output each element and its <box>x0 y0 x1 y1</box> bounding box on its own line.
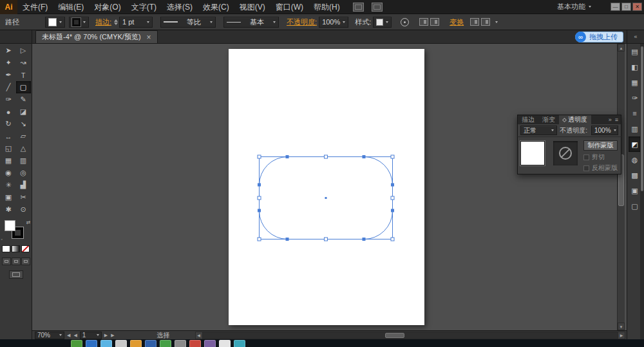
horizontal-scroll-track[interactable] <box>203 332 618 339</box>
shape-tool[interactable]: ▢ <box>16 81 31 93</box>
make-mask-button[interactable]: 制作蒙版 <box>583 140 618 151</box>
color-guide-panel-icon[interactable]: ◧ <box>629 59 641 75</box>
dock-scroll-thumb[interactable] <box>641 46 643 191</box>
blend-tool[interactable]: ◎ <box>16 167 31 179</box>
mask-slot[interactable] <box>553 141 578 165</box>
appearance-panel-icon[interactable]: ◍ <box>629 152 641 167</box>
previous-artboard-icon[interactable]: ◀ <box>73 333 77 338</box>
menu-object[interactable]: 对象(O) <box>89 0 126 14</box>
draw-inside-button[interactable] <box>21 258 30 265</box>
menu-edit[interactable]: 编辑(E) <box>53 0 89 14</box>
menu-view[interactable]: 视图(V) <box>234 0 270 14</box>
pen-tool[interactable]: ✒ <box>1 69 16 81</box>
gradient-button[interactable] <box>12 245 20 252</box>
workspace-switcher[interactable]: 基本功能 <box>557 2 591 12</box>
transparency-panel-icon[interactable]: ◩ <box>629 136 641 152</box>
stroke-weight-select[interactable]: 1 pt <box>119 17 153 28</box>
document-tab[interactable]: 未标题-4* @ 70% (CMYK/预览) × <box>35 30 158 43</box>
opacity-select[interactable]: 100% <box>319 17 348 28</box>
canvas[interactable]: ▲ ▼ 描边 渐变 透明度 <box>32 44 627 330</box>
zoom-level-select[interactable]: 70% <box>35 332 64 339</box>
width-tool[interactable]: ↔ <box>1 130 16 142</box>
pencil-tool[interactable]: ✎ <box>16 93 31 106</box>
vertical-scroll-track[interactable] <box>618 52 625 323</box>
dock-expand-icon[interactable]: « <box>627 30 644 44</box>
selection-tool[interactable]: ➤ <box>1 44 16 57</box>
tab-close-icon[interactable]: × <box>147 34 151 41</box>
stroke-color-select[interactable] <box>69 17 89 28</box>
selected-rounded-rectangle[interactable] <box>229 49 424 325</box>
taskbar-icon[interactable] <box>160 340 171 347</box>
blob-brush-tool[interactable]: ● <box>1 106 16 118</box>
drag-upload-badge[interactable]: ∞ 拖拽上传 <box>575 32 623 42</box>
more-options-icon[interactable] <box>495 21 498 23</box>
stroke-panel-icon[interactable]: ≡ <box>629 106 641 121</box>
align-icon[interactable] <box>419 18 428 26</box>
swap-fill-stroke-icon[interactable]: ⇄ <box>26 220 31 225</box>
scale-tool[interactable]: ↘ <box>16 118 31 130</box>
transform-panel-link[interactable]: 变换 <box>450 17 464 27</box>
invert-mask-checkbox[interactable]: 反相蒙版 <box>583 164 618 173</box>
hand-tool[interactable]: ✱ <box>1 203 16 216</box>
symbol-sprayer-tool[interactable]: ✳ <box>1 179 16 191</box>
scroll-up-icon[interactable]: ▲ <box>618 44 625 52</box>
dock-scrollbar[interactable] <box>640 44 644 339</box>
taskbar-icon[interactable] <box>175 340 186 347</box>
lasso-tool[interactable]: ↝ <box>16 57 31 69</box>
gradient-tool[interactable]: ▥ <box>16 155 31 167</box>
stroke-weight-stepper[interactable] <box>114 19 118 25</box>
horizontal-scrollbar[interactable]: ◀ ▶ <box>195 332 625 339</box>
last-artboard-icon[interactable]: ▶ <box>110 333 115 338</box>
line-segment-tool[interactable]: ╱ <box>1 81 16 93</box>
vertical-scrollbar[interactable]: ▲ ▼ <box>617 44 625 330</box>
recolor-artwork-icon[interactable] <box>401 18 409 26</box>
opacity-panel-link[interactable]: 不透明度: <box>287 17 317 27</box>
artboard-number-select[interactable]: 1 <box>80 332 102 339</box>
color-panel-icon[interactable]: ▤ <box>629 44 641 59</box>
paintbrush-tool[interactable]: ✑ <box>1 93 16 106</box>
menu-file[interactable]: 文件(F) <box>17 0 53 14</box>
document-layout-icon[interactable] <box>372 3 383 12</box>
stroke-panel-link[interactable]: 描边: <box>95 17 111 27</box>
tab-stroke[interactable]: 描边 <box>518 115 538 124</box>
blend-mode-select[interactable]: 正常 <box>520 126 557 135</box>
draw-behind-button[interactable] <box>12 258 21 265</box>
zoom-tool[interactable]: ⊙ <box>16 203 31 216</box>
taskbar-icon[interactable] <box>100 340 112 347</box>
taskbar-icon[interactable] <box>145 340 156 347</box>
slice-tool[interactable]: ✂ <box>16 191 31 203</box>
isolate-icon[interactable] <box>470 18 479 26</box>
fill-swatch[interactable] <box>5 220 15 231</box>
type-tool[interactable]: T <box>16 69 31 81</box>
taskbar-icon[interactable] <box>115 340 127 347</box>
object-thumbnail[interactable] <box>520 141 545 165</box>
perspective-grid-tool[interactable]: △ <box>16 142 31 155</box>
gradient-panel-icon[interactable]: ▥ <box>629 121 641 136</box>
shape-options-icon[interactable] <box>481 18 490 26</box>
taskbar-icon[interactable] <box>189 340 201 347</box>
menu-help[interactable]: 帮助(H) <box>308 0 345 14</box>
taskbar-icon[interactable] <box>71 340 82 347</box>
restore-button[interactable]: □ <box>621 3 631 11</box>
width-profile-select[interactable]: 等比 <box>160 17 216 28</box>
scroll-left-icon[interactable]: ◀ <box>195 332 203 339</box>
column-graph-tool[interactable]: ▟ <box>16 179 31 191</box>
panel-collapse-icon[interactable]: » <box>609 117 612 123</box>
next-artboard-icon[interactable]: ▶ <box>104 333 108 338</box>
taskbar-icon[interactable] <box>130 340 142 347</box>
horizontal-scroll-thumb[interactable] <box>385 333 404 338</box>
screen-mode-button[interactable] <box>9 270 23 279</box>
brushes-panel-icon[interactable]: ✑ <box>629 90 641 106</box>
free-transform-tool[interactable]: ▱ <box>16 130 31 142</box>
mesh-tool[interactable]: ▦ <box>1 155 16 167</box>
graphic-styles-panel-icon[interactable]: ▩ <box>629 167 641 183</box>
tab-gradient[interactable]: 渐变 <box>538 115 559 124</box>
menu-select[interactable]: 选择(S) <box>162 0 198 14</box>
draw-normal-button[interactable] <box>2 258 11 265</box>
artboard[interactable] <box>229 49 424 325</box>
panel-menu-icon[interactable]: ≡ <box>615 117 618 123</box>
scroll-right-icon[interactable]: ▶ <box>618 332 625 339</box>
minimize-button[interactable]: — <box>611 3 620 11</box>
magic-wand-tool[interactable]: ✦ <box>1 57 16 69</box>
eraser-tool[interactable]: ◪ <box>16 106 31 118</box>
